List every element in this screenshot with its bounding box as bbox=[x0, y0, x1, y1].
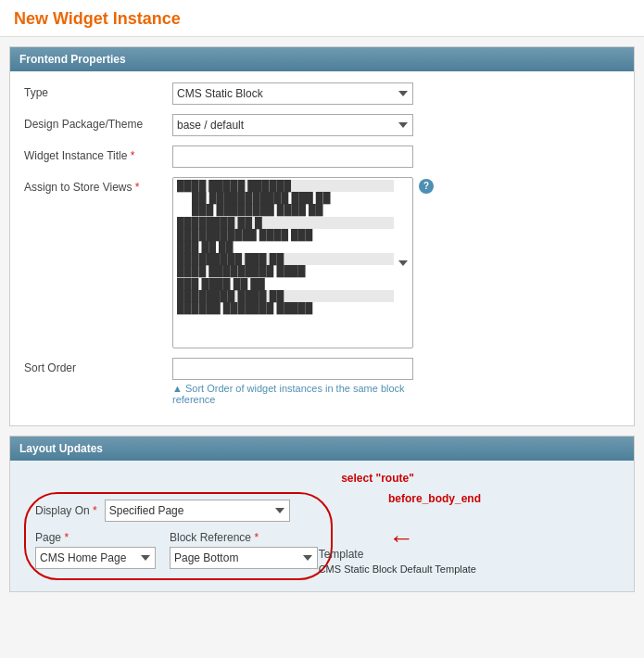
layout-updates-header: Layout Updates bbox=[10, 437, 634, 461]
frontend-properties-content: Type CMS Static Block CMS Page Link Cata… bbox=[10, 71, 634, 425]
sort-order-row: Sort Order ▲ Sort Order of widget instan… bbox=[24, 358, 620, 405]
before-body-annotation-area: before_body_end ← bbox=[388, 492, 481, 551]
select-route-annotation: select "route" bbox=[135, 472, 620, 485]
widget-title-required: * bbox=[131, 149, 135, 162]
before-body-annotation: before_body_end bbox=[388, 492, 481, 505]
store-views-label: Assign to Store Views * bbox=[24, 177, 172, 194]
design-row: Design Package/Theme base / default ente… bbox=[24, 114, 620, 136]
template-label: Template bbox=[319, 548, 476, 561]
layout-updates-content: select "route" Display On * Specified Pa… bbox=[10, 461, 634, 591]
circle-container: Display On * Specified Page All Pages An… bbox=[24, 492, 333, 580]
frontend-properties-section: Frontend Properties Type CMS Static Bloc… bbox=[9, 46, 635, 426]
page-select[interactable]: CMS Home Page CMS No Route Page CMS No C… bbox=[35, 547, 156, 569]
layout-annotation-area: select "route" Display On * Specified Pa… bbox=[24, 472, 620, 580]
page-block-row: Page * CMS Home Page CMS No Route Page C… bbox=[35, 531, 318, 569]
page-header: New Widget Instance bbox=[0, 0, 644, 37]
display-on-label: Display On * bbox=[35, 504, 97, 517]
widget-title-field: Scripts (before_body_end) bbox=[172, 146, 620, 168]
widget-title-label: Widget Instance Title * bbox=[24, 146, 172, 162]
sort-order-hint: ▲ Sort Order of widget instances in the … bbox=[172, 383, 413, 405]
layout-updates-section: Layout Updates select "route" Display On… bbox=[9, 436, 635, 592]
sort-order-link[interactable]: Sort Order of widget instances in the sa… bbox=[172, 383, 405, 405]
display-on-select[interactable]: Specified Page All Pages Anchor Categori… bbox=[105, 500, 290, 522]
template-value: CMS Static Block Default Template bbox=[319, 563, 476, 575]
page-label: Page * bbox=[35, 531, 156, 544]
store-views-field: ████ █████ ██████ ██ ███████████ ███ ██ … bbox=[172, 177, 620, 348]
type-row: Type CMS Static Block CMS Page Link Cata… bbox=[24, 82, 620, 105]
sort-order-input[interactable] bbox=[172, 358, 413, 380]
help-icon[interactable]: ? bbox=[419, 179, 434, 194]
page-title: New Widget Instance bbox=[14, 9, 630, 29]
store-views-row: Assign to Store Views * ████ █████ █████… bbox=[24, 177, 620, 348]
type-label: Type bbox=[24, 82, 172, 99]
widget-title-input[interactable]: Scripts (before_body_end) bbox=[172, 146, 413, 168]
sort-order-field: ▲ Sort Order of widget instances in the … bbox=[172, 358, 620, 405]
circle-highlight: Display On * Specified Page All Pages An… bbox=[24, 492, 333, 580]
store-views-container: ████ █████ ██████ ██ ███████████ ███ ██ … bbox=[172, 177, 413, 348]
frontend-properties-header: Frontend Properties bbox=[10, 47, 634, 71]
page-group: Page * CMS Home Page CMS No Route Page C… bbox=[35, 531, 156, 569]
template-group: Template CMS Static Block Default Templa… bbox=[319, 548, 476, 575]
type-select[interactable]: CMS Static Block CMS Page Link Catalog C… bbox=[172, 82, 413, 105]
store-views-required: * bbox=[135, 181, 140, 194]
design-label: Design Package/Theme bbox=[24, 114, 172, 131]
type-field: CMS Static Block CMS Page Link Catalog C… bbox=[172, 82, 620, 105]
design-field: base / default enterprise / default bbox=[172, 114, 620, 136]
display-on-row: Display On * Specified Page All Pages An… bbox=[35, 500, 318, 522]
block-ref-label: Block Reference * bbox=[170, 531, 318, 544]
sort-order-label: Sort Order bbox=[24, 358, 172, 374]
block-ref-group: Block Reference * Page Bottom Content Le… bbox=[170, 531, 318, 569]
widget-title-row: Widget Instance Title * Scripts (before_… bbox=[24, 146, 620, 168]
store-views-listbox[interactable]: ████ █████ ██████ ██ ███████████ ███ ██ … bbox=[172, 177, 413, 348]
info-icon: ▲ bbox=[172, 383, 183, 394]
design-select[interactable]: base / default enterprise / default bbox=[172, 114, 413, 136]
block-ref-select[interactable]: Page Bottom Content Left Column Right Co… bbox=[170, 547, 318, 569]
